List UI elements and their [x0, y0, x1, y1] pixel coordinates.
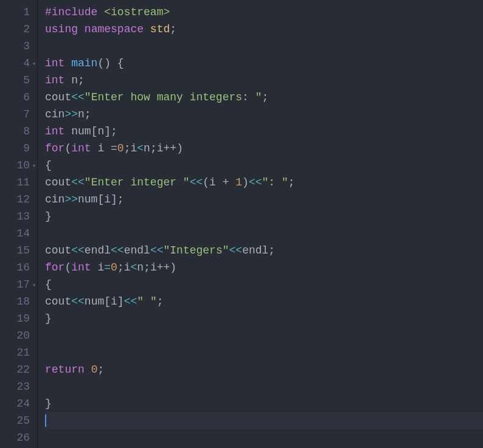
code-line[interactable]: cout<<endl<<endl<<"Integers"<<endl; [45, 242, 483, 259]
code-line[interactable] [45, 327, 483, 344]
line-number: 6 [5, 89, 30, 106]
fold-marker-icon[interactable]: ▾ [32, 56, 36, 73]
code-line[interactable]: using namespace std; [45, 21, 483, 38]
line-number: 21 [5, 344, 30, 361]
code-line[interactable] [45, 38, 483, 55]
code-line[interactable]: for(int i=0;i<n;i++) [45, 259, 483, 276]
line-number: 2 [5, 21, 30, 38]
line-number: 5 [5, 72, 30, 89]
code-line[interactable]: { [45, 276, 483, 293]
line-number: 18 [5, 293, 30, 310]
code-area[interactable]: #include <iostream> using namespace std;… [38, 0, 483, 448]
line-number: 7 [5, 106, 30, 123]
code-line[interactable]: int main() { [45, 55, 483, 72]
fold-marker-icon[interactable]: ▾ [32, 158, 36, 175]
line-number-gutter: 1 2 3 4▾ 5 6 7 8 9 10▾ 11 12 13 14 15 16… [0, 0, 38, 448]
code-line[interactable]: cout<<"Enter how many integers: "; [45, 89, 483, 106]
line-number: 10▾ [5, 157, 30, 174]
cursor-icon [45, 415, 46, 427]
line-number: 14 [5, 225, 30, 242]
code-line[interactable]: } [45, 395, 483, 412]
line-number: 26 [5, 429, 30, 446]
code-editor[interactable]: 1 2 3 4▾ 5 6 7 8 9 10▾ 11 12 13 14 15 16… [0, 0, 483, 448]
code-line-active[interactable] [45, 412, 483, 429]
line-number: 9 [5, 140, 30, 157]
line-number: 23 [5, 378, 30, 395]
line-number: 11 [5, 174, 30, 191]
fold-marker-icon[interactable]: ▾ [32, 277, 36, 294]
line-number: 17▾ [5, 276, 30, 293]
line-number: 19 [5, 310, 30, 327]
line-number: 25 [5, 412, 30, 429]
line-number: 13 [5, 208, 30, 225]
code-line[interactable]: } [45, 208, 483, 225]
line-number: 16 [5, 259, 30, 276]
line-number: 4▾ [5, 55, 30, 72]
line-number: 20 [5, 327, 30, 344]
line-number: 12 [5, 191, 30, 208]
code-line[interactable]: cin>>num[i]; [45, 191, 483, 208]
code-line[interactable]: int num[n]; [45, 123, 483, 140]
code-line[interactable] [45, 344, 483, 361]
line-number: 22 [5, 361, 30, 378]
code-line[interactable]: cout<<num[i]<<" "; [45, 293, 483, 310]
line-number: 1 [5, 4, 30, 21]
code-line[interactable]: int n; [45, 72, 483, 89]
code-line[interactable] [45, 225, 483, 242]
line-number: 24 [5, 395, 30, 412]
code-line[interactable]: cout<<"Enter integer "<<(i + 1)<<": "; [45, 174, 483, 191]
code-line[interactable] [45, 378, 483, 395]
code-line[interactable]: return 0; [45, 361, 483, 378]
code-line[interactable]: } [45, 310, 483, 327]
code-line[interactable]: #include <iostream> [45, 4, 483, 21]
line-number: 15 [5, 242, 30, 259]
code-line[interactable]: for(int i =0;i<n;i++) [45, 140, 483, 157]
line-number: 3 [5, 38, 30, 55]
line-number: 8 [5, 123, 30, 140]
code-line[interactable]: { [45, 157, 483, 174]
code-line[interactable] [45, 429, 483, 446]
code-line[interactable]: cin>>n; [45, 106, 483, 123]
